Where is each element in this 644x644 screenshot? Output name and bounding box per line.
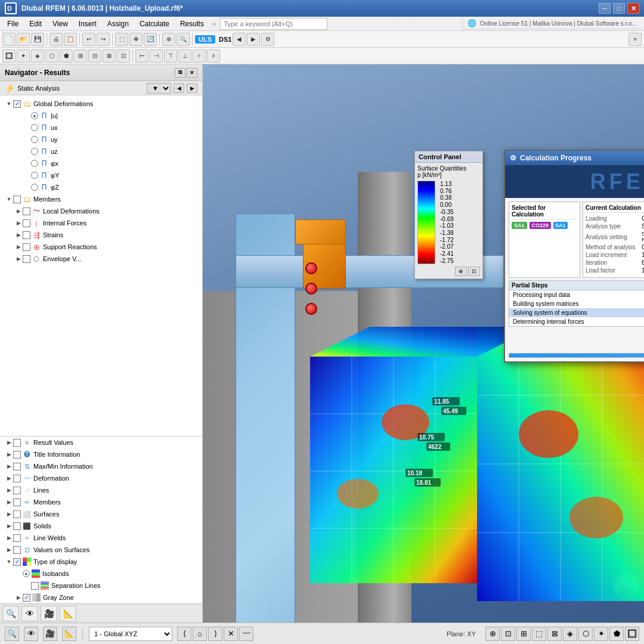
radio-uy[interactable] [31, 136, 38, 143]
status-btn-r7[interactable]: ⬡ [578, 627, 593, 641]
tree-item-global-deformations[interactable]: ▼ 🗂 Global Deformations [0, 98, 202, 110]
status-btn-cross[interactable]: ✕ [224, 627, 238, 641]
cb-btn-2[interactable]: ⊡ [468, 267, 480, 276]
status-btn-wave[interactable]: 〰 [239, 627, 253, 641]
t2-btn6[interactable]: ⊞ [74, 49, 87, 63]
nav-icon-search[interactable]: 🔍 [2, 606, 19, 621]
menu-file[interactable]: File [2, 18, 23, 29]
new-btn[interactable]: 📄 [2, 33, 16, 46]
step-4[interactable]: Determining internal forces [509, 317, 644, 326]
close-button[interactable]: ✕ [627, 3, 639, 14]
rotate-btn[interactable]: 🔄 [144, 33, 157, 46]
status-icon-search[interactable]: 🔍 [5, 627, 19, 641]
static-analysis-dropdown[interactable]: ▼ [147, 83, 171, 94]
cb-solids[interactable] [13, 522, 21, 530]
minimize-button[interactable]: ─ [599, 3, 611, 14]
status-icon-measure[interactable]: 📐 [62, 627, 76, 641]
cb-strains[interactable] [23, 231, 30, 239]
tree-item-members[interactable]: ▼ 🗂 Members [0, 193, 202, 205]
nav-next-btn[interactable]: ▶ [187, 83, 197, 93]
radio-uz[interactable] [31, 148, 38, 155]
t2-btn10[interactable]: ⊢ [135, 49, 148, 63]
move-btn[interactable]: ✥ [129, 33, 143, 46]
open-btn[interactable]: 📂 [17, 33, 30, 46]
status-btn-left[interactable]: ⟨ [177, 627, 191, 641]
cb-result-values[interactable] [13, 439, 21, 447]
t2-btn14[interactable]: ⊦ [193, 49, 206, 63]
cb-members-bottom[interactable] [13, 499, 21, 506]
status-btn-right[interactable]: ⟩ [208, 627, 222, 641]
cb-local-def[interactable] [23, 208, 30, 215]
redo-btn[interactable]: ↪ [97, 33, 110, 46]
more-btn[interactable]: » [628, 33, 642, 46]
cb-support-reactions[interactable] [23, 243, 30, 251]
radio-isobands[interactable] [23, 570, 30, 577]
tree-item-strains[interactable]: ▶ ⇶ Strains [0, 229, 202, 241]
expand-members[interactable]: ▼ [5, 195, 13, 203]
radio-u-abs[interactable] [31, 112, 38, 119]
menu-insert[interactable]: Insert [74, 18, 101, 29]
status-btn-r1[interactable]: ⊕ [485, 627, 500, 641]
expand-solids[interactable]: ▶ [5, 522, 13, 530]
t2-btn3[interactable]: ◈ [31, 49, 44, 63]
cb-members[interactable] [13, 196, 21, 203]
t2-btn1[interactable]: 🔲 [2, 49, 16, 63]
expand-members-bottom[interactable]: ▶ [5, 498, 13, 506]
cb-values-on-surfaces[interactable] [13, 546, 21, 554]
zoom-all-btn[interactable]: ⊕ [162, 33, 175, 46]
expand-line-welds[interactable]: ▶ [5, 534, 13, 542]
menu-results[interactable]: Results [175, 18, 209, 29]
cb-maxmin-info[interactable] [13, 463, 21, 470]
tree-item-values-on-surfaces[interactable]: ▶ ⊡ Values on Surfaces [0, 544, 202, 556]
save-btn[interactable]: 💾 [31, 33, 44, 46]
expand-maxmin-info[interactable]: ▶ [5, 462, 13, 470]
status-btn-r6[interactable]: ◈ [563, 627, 577, 641]
menu-calculate[interactable]: Calculate [135, 18, 174, 29]
t2-btn11[interactable]: ⊣ [150, 49, 163, 63]
expand-envelope[interactable]: ▶ [14, 255, 23, 263]
tree-item-deformation[interactable]: ▶ 〰 Deformation [0, 472, 202, 484]
expand-support-reactions[interactable]: ▶ [14, 243, 23, 251]
status-btn-r8[interactable]: ✦ [594, 627, 608, 641]
tree-item-phix[interactable]: Π φx [0, 157, 202, 169]
search-input[interactable] [220, 18, 327, 30]
expand-title-info[interactable]: ▶ [5, 450, 13, 459]
prev-lc-btn[interactable]: ◀ [233, 33, 246, 46]
cb-global-deformations[interactable] [13, 100, 21, 108]
zoom-select-btn[interactable]: 🔍 [177, 33, 190, 46]
status-btn-r3[interactable]: ⊞ [516, 627, 531, 641]
cb-separation-lines[interactable] [31, 582, 39, 590]
expand-gray-zone[interactable]: ▶ [14, 593, 23, 602]
t2-btn15[interactable]: ⊧ [207, 49, 220, 63]
menu-edit[interactable]: Edit [24, 18, 47, 29]
radio-phiz[interactable] [31, 184, 38, 191]
t2-btn12[interactable]: ⊤ [164, 49, 177, 63]
cb-title-info[interactable] [13, 451, 21, 459]
step-2[interactable]: Building system matrices [509, 299, 644, 308]
tree-item-phiz[interactable]: Π φZ [0, 181, 202, 193]
radio-phix[interactable] [31, 160, 38, 167]
cb-type-of-display[interactable] [13, 558, 21, 566]
t2-btn13[interactable]: ⊥ [178, 49, 191, 63]
expand-deformation[interactable]: ▶ [5, 474, 13, 482]
export-btn[interactable]: 📋 [64, 33, 77, 46]
menu-view[interactable]: View [48, 18, 73, 29]
status-icon-camera[interactable]: 🎥 [43, 627, 57, 641]
nav-restore-btn[interactable]: ⧉ [175, 68, 185, 78]
t2-btn8[interactable]: ⊠ [103, 49, 116, 63]
expand-internal-forces[interactable]: ▶ [14, 219, 23, 227]
tree-item-solids[interactable]: ▶ ⬛ Solids [0, 520, 202, 532]
cb-btn-1[interactable]: ⊕ [455, 267, 467, 276]
t2-btn7[interactable]: ⊟ [88, 49, 101, 63]
status-btn-r5[interactable]: ⊠ [547, 627, 562, 641]
tree-item-type-of-display[interactable]: ▼ Type of display [0, 556, 202, 568]
status-icon-eye[interactable]: 👁 [24, 627, 38, 641]
status-btn-r9[interactable]: ⬟ [609, 627, 624, 641]
expand-lines[interactable]: ▶ [5, 486, 13, 494]
settings-btn[interactable]: ⚙ [261, 33, 274, 46]
t2-btn9[interactable]: ⊡ [117, 49, 130, 63]
status-btn-r4[interactable]: ⬚ [532, 627, 546, 641]
undo-btn[interactable]: ↩ [82, 33, 95, 46]
radio-ux[interactable] [31, 124, 38, 131]
radio-phiy[interactable] [31, 172, 38, 179]
